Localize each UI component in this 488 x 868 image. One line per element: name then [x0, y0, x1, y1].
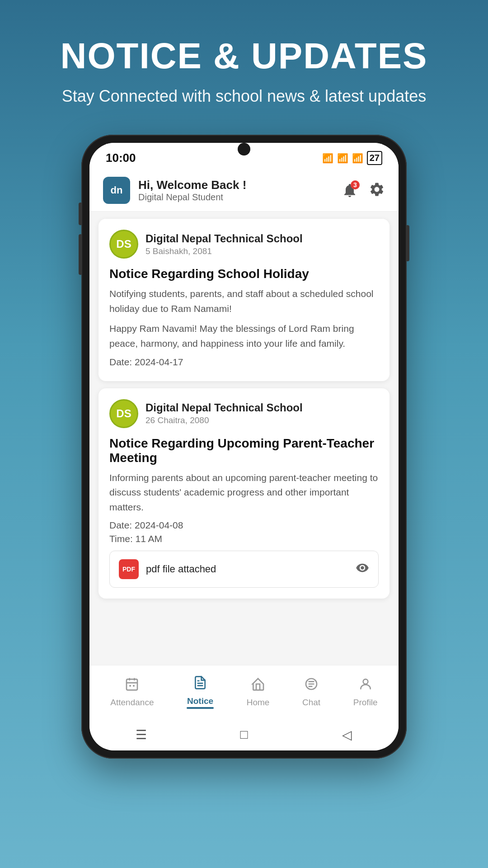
svg-point-2 [133, 685, 135, 687]
bottom-nav: Attendance Notice [89, 665, 399, 717]
notice-body1-2: Informing parents about an upcoming pare… [109, 471, 379, 515]
notice-title-1: Notice Regarding School Holiday [109, 267, 379, 281]
nav-item-profile[interactable]: Profile [344, 673, 387, 711]
notice-card-2: DS Digital Nepal Technical School 26 Cha… [99, 388, 389, 599]
notice-date-1: Date: 2024-04-17 [109, 357, 379, 368]
camera-notch [238, 143, 250, 156]
gear-icon [369, 181, 385, 198]
attendance-label: Attendance [110, 698, 154, 708]
profile-icon [358, 677, 373, 695]
greeting-text: Hi, Welcome Back ! [138, 178, 331, 192]
school-avatar-2: DS [109, 399, 138, 428]
app-logo: dn [103, 177, 130, 204]
volume-up-button [79, 203, 82, 225]
notice-body2-1: Happy Ram Navami! May the blessings of L… [109, 321, 379, 351]
svg-point-1 [129, 685, 131, 687]
eye-icon[interactable] [356, 561, 369, 578]
status-time: 10:00 [106, 151, 136, 165]
status-icons: 📶 📶 📶 27 [322, 151, 382, 165]
power-button [406, 225, 409, 261]
notice-title-2: Notice Regarding Upcoming Parent-Teacher… [109, 436, 379, 465]
notice-date-2: Date: 2024-04-08 [109, 520, 379, 531]
phone-frame: 10:00 📶 📶 📶 27 dn Hi, Welcome Back ! Dig… [81, 135, 407, 759]
school-info-2: Digital Nepal Technical School 26 Chaitr… [145, 401, 303, 425]
notice-school-header-2: DS Digital Nepal Technical School 26 Cha… [109, 399, 379, 428]
notice-label: Notice [187, 696, 213, 706]
battery-icon: 27 [367, 151, 382, 165]
svg-point-4 [363, 679, 368, 684]
pdf-label: pdf file attached [146, 563, 348, 575]
app-header: dn Hi, Welcome Back ! Digital Nepal Stud… [89, 170, 399, 212]
school-name-1: Digital Nepal Technical School [145, 232, 303, 245]
left-buttons [79, 203, 82, 275]
android-menu-button[interactable]: ☰ [130, 723, 152, 746]
app-header-actions: 3 [339, 179, 385, 201]
notices-list: DS Digital Nepal Technical School 5 Bais… [89, 212, 399, 665]
chat-icon [304, 677, 319, 695]
school-name-2: Digital Nepal Technical School [145, 401, 303, 414]
nav-item-home[interactable]: Home [238, 673, 279, 711]
school-info-1: Digital Nepal Technical School 5 Baishak… [145, 232, 303, 256]
page-subtitle: Stay Connected with school news & latest… [61, 85, 428, 108]
android-home-button[interactable]: □ [233, 723, 255, 746]
notice-card-1: DS Digital Nepal Technical School 5 Bais… [99, 219, 389, 381]
nav-item-notice[interactable]: Notice [178, 672, 223, 712]
svg-rect-0 [127, 679, 137, 690]
wifi-icon: 📶 [322, 153, 333, 164]
nav-item-attendance[interactable]: Attendance [101, 673, 163, 711]
chat-label: Chat [302, 698, 320, 708]
notice-icon [193, 675, 207, 693]
notice-school-header-1: DS Digital Nepal Technical School 5 Bais… [109, 230, 379, 259]
android-nav: ☰ □ ◁ [89, 717, 399, 750]
notification-badge: 3 [351, 180, 360, 189]
volume-down-button [79, 234, 82, 275]
school-date-1: 5 Baishakh, 2081 [145, 246, 303, 256]
profile-label: Profile [353, 698, 378, 708]
attendance-icon [125, 677, 139, 695]
network-icon: 📶 [337, 153, 348, 164]
school-avatar-1: DS [109, 230, 138, 259]
pdf-attachment[interactable]: PDF pdf file attached [109, 551, 379, 588]
user-name-text: Digital Nepal Student [138, 192, 331, 203]
android-back-button[interactable]: ◁ [336, 723, 358, 746]
page-header: NOTICE & UPDATES Stay Connected with sch… [33, 0, 455, 126]
notification-button[interactable]: 3 [339, 179, 361, 201]
app-header-text: Hi, Welcome Back ! Digital Nepal Student [138, 178, 331, 203]
page-title: NOTICE & UPDATES [61, 36, 428, 76]
school-date-2: 26 Chaitra, 2080 [145, 415, 303, 425]
nav-item-chat[interactable]: Chat [293, 673, 329, 711]
nav-active-indicator [187, 707, 214, 709]
side-buttons [406, 225, 409, 261]
notice-body1-1: Notifying students, parents, and staff a… [109, 287, 379, 316]
notice-time-2: Time: 11 AM [109, 533, 379, 544]
pdf-icon: PDF [119, 559, 139, 579]
signal-icon: 📶 [352, 153, 363, 164]
home-label: Home [247, 698, 270, 708]
home-icon [251, 677, 265, 695]
settings-button[interactable] [369, 181, 385, 199]
phone-screen: 10:00 📶 📶 📶 27 dn Hi, Welcome Back ! Dig… [89, 143, 399, 750]
